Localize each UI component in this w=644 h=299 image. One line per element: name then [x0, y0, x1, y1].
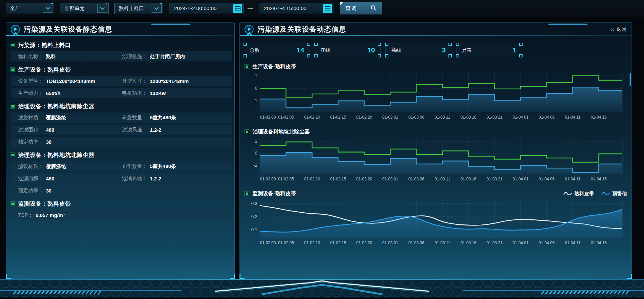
section-header: 污染源：熟料上料口: [10, 41, 230, 49]
stat-value: 14: [297, 46, 304, 54]
field-value: 覆膜涤纶: [46, 115, 66, 121]
stat-box: 总数14: [244, 43, 310, 57]
info-cell: 额定功率：30: [11, 139, 115, 145]
svg-text:01-02 15: 01-02 15: [330, 241, 346, 245]
field-value: 覆膜涤纶: [46, 163, 66, 170]
section-bullet-icon: [245, 64, 249, 69]
plant-select[interactable]: 全厂: [6, 3, 54, 14]
info-cell: 过滤面积：480: [11, 175, 115, 182]
section-bullet-icon: [10, 104, 15, 109]
field-value: 5室共480条: [150, 163, 176, 170]
chevron-down-icon[interactable]: [43, 4, 53, 13]
svg-text:01-04 11: 01-04 11: [565, 241, 581, 245]
info-cell: 过鸿风速：1.2-2: [115, 175, 232, 182]
legend-label: 预警信: [612, 190, 627, 197]
svg-text:01-03 16: 01-03 16: [461, 115, 477, 120]
calendar-icon[interactable]: [233, 4, 242, 13]
legend-item[interactable]: 预警信: [601, 190, 627, 197]
info-row: 滤袋材质：覆膜涤纶布华数量：5室共480条: [11, 161, 232, 171]
stat-label: 离线: [391, 47, 401, 53]
start-datetime-input[interactable]: 2024-1-2 00:00:00: [169, 3, 244, 14]
info-cell: 过滤面积：480: [11, 127, 115, 133]
section-bullet-icon: [10, 67, 15, 72]
info-row: TSP：0.057 mg/m³: [11, 210, 232, 220]
svg-text:-1: -1: [253, 98, 257, 103]
svg-text:01-02 00: 01-02 00: [260, 115, 276, 120]
info-row: 物料名称：熟料治理措施：处于封闭厂房内: [11, 51, 232, 61]
stat-label: 在线: [320, 47, 330, 53]
section-title: 监测设备：熟料皮带: [18, 200, 71, 208]
svg-text:-1: -1: [253, 163, 257, 168]
info-cell: 设备型号：TDB1200*204143mm: [11, 78, 115, 84]
svg-text:01-04 01: 01-04 01: [513, 241, 529, 245]
info-row: 过滤面积：480过鸿风速：1.2-2: [11, 173, 232, 183]
svg-text:01-03 16: 01-03 16: [461, 241, 477, 245]
info-cell: 物料名称：熟料: [11, 53, 115, 60]
legend-item[interactable]: 熟料皮带: [564, 190, 594, 197]
svg-text:1: 1: [255, 73, 257, 78]
query-button-label: 查询: [345, 5, 357, 12]
dashboard: 全厂 全部单元 熟料上料口 2024-1-2 00:00:00 — 2024-1: [0, 0, 644, 299]
legend-line-icon: [564, 191, 572, 196]
svg-text:01-02 20: 01-02 20: [356, 241, 372, 245]
field-value: 熟料: [46, 53, 56, 60]
field-value: TDB1200*204143mm: [46, 78, 95, 84]
unit-select[interactable]: 全部单元: [60, 3, 109, 14]
end-datetime-input[interactable]: 2024-1-4 15:00:00: [259, 3, 333, 14]
chart-legend: 熟料皮带预警信: [564, 190, 627, 197]
info-row: 滤袋材质：覆膜涤纶布袋数量：5室共480条: [11, 113, 232, 123]
scrollbar[interactable]: [630, 73, 631, 86]
field-label: 外型尺寸：: [122, 78, 147, 84]
svg-text:01-02 05: 01-02 05: [278, 115, 294, 120]
svg-text:01-04 01: 01-04 01: [513, 115, 529, 120]
field-value: 处于封闭厂房内: [150, 53, 185, 60]
section-bullet-icon: [10, 153, 15, 157]
stat-box: 在线10: [315, 43, 381, 57]
field-value: 5室共480条: [150, 115, 176, 121]
toolbar: 全厂 全部单元 熟料上料口 2024-1-2 00:00:00 — 2024-1: [0, 0, 644, 17]
info-cell: 布华数量：5室共480条: [115, 163, 232, 170]
svg-text:01-03 16: 01-03 16: [461, 177, 477, 181]
svg-text:1: 1: [255, 139, 257, 144]
field-label: 物料名称：: [18, 53, 43, 60]
svg-text:01-02 10: 01-02 10: [304, 115, 320, 120]
field-value: 1.2-2: [150, 176, 161, 181]
field-value: 650t/h: [46, 90, 60, 96]
field-label: 设备型号：: [18, 78, 43, 84]
info-row: 过滤面积：480过滤风速：1.2-2: [11, 125, 232, 135]
info-cell: 滤袋材质：覆膜涤纶: [11, 115, 115, 121]
chart-title: 治理设备料地坑北除尘器: [253, 128, 627, 135]
chart-title: 监测设备-熟料皮带: [253, 190, 564, 197]
svg-text:01-04 11: 01-04 11: [565, 177, 581, 181]
chevron-down-icon[interactable]: [152, 4, 162, 13]
svg-text:01-03 21: 01-03 21: [487, 177, 503, 181]
query-button[interactable]: 查询: [340, 2, 382, 14]
calendar-icon[interactable]: [323, 4, 332, 13]
chart-title-row: 监测设备-熟料皮带熟料皮带预警信: [245, 189, 627, 198]
svg-text:01-03 01: 01-03 01: [382, 241, 398, 245]
plant-select-value: 全厂: [10, 5, 43, 12]
date-range-separator: —: [248, 5, 253, 11]
chart-svg: 01-02 0001-02 0501-02 1001-02 1501-02 20…: [245, 71, 628, 121]
field-value: 480: [46, 127, 54, 133]
panel-header: 污染源及关联设备静态信息: [6, 23, 234, 36]
chevron-down-icon[interactable]: [97, 4, 107, 13]
chart-svg: 01-02 0001-02 0501-02 1001-02 1501-02 20…: [245, 136, 628, 183]
start-datetime-value: 2024-1-2 00:00:00: [174, 5, 233, 11]
svg-text:01-03 06: 01-03 06: [409, 241, 425, 245]
svg-text:01-03 11: 01-03 11: [435, 241, 450, 245]
info-cell: 治理措施：处于封闭厂房内: [115, 53, 232, 60]
svg-text:0: 0: [255, 86, 257, 91]
back-button[interactable]: ‹‹ 返回: [610, 26, 627, 33]
corner-decoration: [627, 274, 632, 279]
svg-text:01-04 06: 01-04 06: [539, 241, 555, 245]
svg-text:01-04 01: 01-04 01: [513, 177, 529, 181]
source-select[interactable]: 熟料上料口: [114, 3, 163, 14]
unit-select-value: 全部单元: [64, 5, 97, 12]
static-info-list: 污染源：熟料上料口物料名称：熟料治理措施：处于封闭厂房内生产设备：熟料皮带设备型…: [6, 36, 234, 220]
info-row: 生产能力：650t/h电机功率：132Kw: [11, 88, 232, 98]
field-label: 滤袋材质：: [18, 115, 43, 121]
svg-text:01-04 11: 01-04 11: [565, 115, 581, 120]
search-icon: [371, 5, 376, 12]
svg-text:01-03 06: 01-03 06: [409, 115, 425, 120]
